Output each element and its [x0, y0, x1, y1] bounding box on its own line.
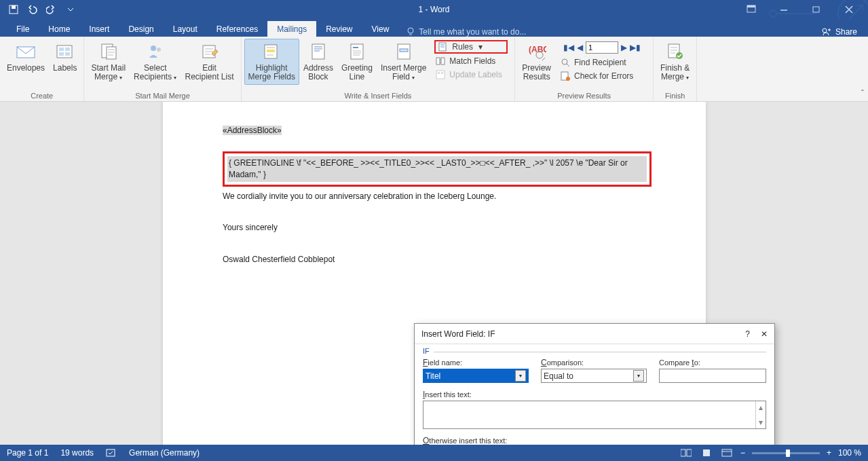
tab-insert[interactable]: Insert [79, 21, 119, 37]
edit-recipient-list-button[interactable]: EditRecipient List [181, 39, 238, 85]
svg-rect-29 [436, 58, 440, 64]
field-name-select[interactable]: Titel ▼ [423, 369, 529, 383]
zoom-level[interactable]: 100 % [838, 448, 861, 458]
svg-rect-18 [107, 47, 116, 59]
svg-point-10 [823, 29, 827, 33]
tab-home[interactable]: Home [39, 21, 79, 37]
address-block-field[interactable]: «AddressBlock» [223, 126, 282, 135]
last-record-icon[interactable]: ▶▮ [630, 43, 641, 52]
dialog-close-icon[interactable]: ✕ [761, 329, 768, 339]
tab-layout[interactable]: Layout [164, 21, 207, 37]
share-button[interactable]: Share [811, 27, 868, 37]
redo-icon[interactable] [43, 1, 60, 18]
match-fields-button[interactable]: Match Fields [434, 55, 508, 67]
insert-text-textarea[interactable]: ▴▾ [423, 401, 766, 429]
tab-references[interactable]: References [207, 21, 267, 37]
svg-rect-32 [438, 72, 440, 74]
close-icon[interactable] [834, 0, 864, 19]
greeting-field-highlight: { GREETINGLINE \f "<<_BEFORE_ >><<_TITLE… [223, 151, 652, 187]
read-mode-icon[interactable] [679, 447, 693, 458]
document-area: «AddressBlock» { GREETINGLINE \f "<<_BEF… [0, 102, 868, 445]
tab-file[interactable]: File [7, 21, 39, 37]
svg-point-20 [157, 48, 161, 52]
finish-icon [664, 41, 686, 62]
greeting-line-field[interactable]: { GREETINGLINE \f "<<_BEFORE_ >><<_TITLE… [227, 156, 647, 182]
maximize-icon[interactable] [801, 0, 831, 19]
prev-record-icon[interactable]: ◀ [577, 43, 583, 52]
svg-rect-23 [267, 50, 275, 52]
address-block-button[interactable]: AddressBlock [299, 39, 337, 85]
chevron-down-icon[interactable]: ▼ [633, 370, 644, 382]
zoom-out-icon[interactable]: − [740, 448, 745, 458]
start-mail-merge-button[interactable]: Start MailMerge ▾ [87, 39, 130, 85]
lightbulb-icon [407, 27, 415, 37]
envelopes-button[interactable]: Envelopes [3, 39, 49, 85]
word-count[interactable]: 19 words [60, 448, 94, 458]
check-errors-button[interactable]: Check for Errors [559, 70, 646, 82]
labels-button[interactable]: Labels [49, 39, 81, 85]
zoom-slider[interactable] [752, 452, 820, 454]
preview-results-button[interactable]: (ABC) PreviewResults [518, 39, 555, 85]
tab-view[interactable]: View [362, 21, 399, 37]
rules-button[interactable]: Rules▾ [434, 40, 508, 54]
closing-text[interactable]: Yours sincerely [223, 222, 652, 234]
greeting-icon [346, 41, 368, 62]
svg-rect-16 [65, 52, 70, 56]
help-icon[interactable]: ? [745, 329, 750, 339]
first-record-icon[interactable]: ▮◀ [563, 43, 574, 52]
highlight-merge-fields-button[interactable]: HighlightMerge Fields [244, 39, 299, 85]
ribbon: Envelopes Labels Create Start MailMerge … [0, 37, 868, 102]
ribbon-display-icon[interactable] [736, 0, 766, 19]
share-icon [822, 27, 831, 37]
document-icon [98, 41, 119, 62]
save-icon[interactable] [5, 1, 22, 18]
insert-merge-field-button[interactable]: Insert MergeField ▾ [377, 39, 430, 85]
language-indicator[interactable]: German (Germany) [129, 448, 200, 458]
svg-rect-33 [441, 72, 443, 74]
address-block-icon [307, 41, 329, 62]
svg-line-36 [542, 58, 545, 60]
print-layout-icon[interactable] [700, 447, 713, 458]
svg-point-37 [562, 59, 567, 64]
chevron-down-icon[interactable]: ▼ [515, 370, 526, 382]
svg-rect-5 [747, 5, 755, 7]
group-write-label: Write & Insert Fields [345, 91, 412, 100]
select-recipients-button[interactable]: SelectRecipients ▾ [130, 39, 181, 85]
svg-rect-27 [400, 49, 408, 52]
group-start-label: Start Mail Merge [135, 91, 190, 100]
signature-text[interactable]: Oswald Chesterfield Cobblepot [223, 254, 652, 265]
comparison-label: Comparison: [541, 358, 647, 367]
collapse-ribbon-icon[interactable]: ˆ [861, 89, 864, 98]
svg-text:(ABC): (ABC) [529, 45, 546, 54]
greeting-line-button[interactable]: GreetingLine [337, 39, 377, 85]
tab-design[interactable]: Design [119, 21, 163, 37]
record-number-input[interactable] [586, 41, 618, 54]
tell-me[interactable]: Tell me what you want to do... [398, 27, 534, 37]
compare-to-input[interactable] [659, 369, 766, 383]
highlight-icon [261, 41, 282, 62]
insert-word-field-dialog: Insert Word Field: IF ? ✕ IF Field name:… [414, 323, 775, 445]
next-record-icon[interactable]: ▶ [621, 43, 627, 52]
svg-point-40 [566, 77, 570, 81]
page-indicator[interactable]: Page 1 of 1 [7, 448, 48, 458]
status-bar: Page 1 of 1 19 words German (Germany) − … [0, 445, 868, 461]
svg-point-8 [408, 28, 413, 33]
if-legend: IF [423, 347, 434, 355]
minimize-icon[interactable] [769, 0, 799, 19]
svg-rect-47 [722, 449, 732, 456]
rules-icon [438, 42, 448, 52]
body-text[interactable]: We cordially invite you to our anniversa… [223, 191, 652, 202]
group-preview-label: Preview Results [557, 91, 611, 100]
zoom-in-icon[interactable]: + [827, 448, 831, 458]
finish-merge-button[interactable]: Finish &Merge ▾ [656, 39, 694, 85]
edit-list-icon [199, 41, 221, 62]
tab-review[interactable]: Review [316, 21, 362, 37]
tab-mailings[interactable]: Mailings [267, 21, 316, 37]
web-layout-icon[interactable] [720, 447, 734, 458]
preview-icon: (ABC) [526, 41, 548, 62]
undo-icon[interactable] [24, 1, 41, 18]
find-recipient-button[interactable]: Find Recipient [559, 56, 646, 69]
qat-dropdown-icon[interactable] [62, 1, 79, 18]
spellcheck-icon[interactable] [106, 448, 117, 458]
comparison-select[interactable]: Equal to ▼ [541, 369, 647, 383]
